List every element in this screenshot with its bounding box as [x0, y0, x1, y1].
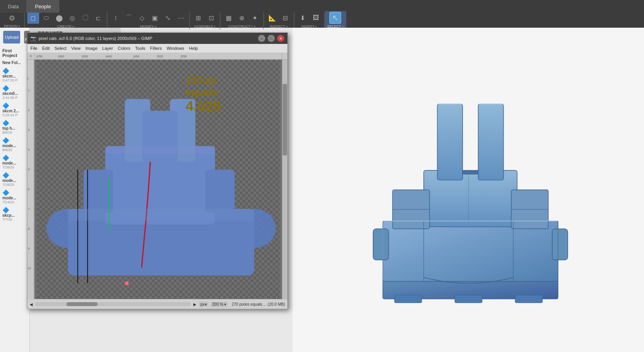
gimp-menu-filters[interactable]: Filters [150, 46, 162, 51]
svg-text:4: 4 [28, 148, 30, 151]
sidebar-item-new-folder[interactable]: New Fol... [0, 59, 29, 66]
svg-rect-48 [552, 229, 567, 260]
construct-axis-icon[interactable]: ⊕ [236, 12, 248, 24]
svg-text:9: 9 [28, 247, 30, 250]
create-box-icon[interactable]: ◻ [27, 12, 39, 24]
svg-rect-40 [68, 209, 254, 221]
modify-fillet-icon[interactable]: ⌒ [123, 12, 135, 24]
gimp-menu-help[interactable]: Help [189, 46, 198, 51]
svg-text:4.025: 4.025 [185, 98, 221, 114]
svg-text:8: 8 [28, 227, 30, 230]
gimp-menu-edit[interactable]: Edit [42, 46, 50, 51]
sidebar-item-2[interactable]: 🔷 skcm 2... 3:28:16 P [0, 101, 29, 119]
gimp-title: pixel cals .xcf-5.0 (RGB color, 11 layer… [39, 36, 152, 41]
sidebar-item-3[interactable]: 🔷 top h... 8/8/20 [0, 119, 29, 136]
modify-press-icon[interactable]: ↕ [110, 12, 122, 24]
left-sidebar: Upload New Folder ⚙ First Project New Fo… [0, 28, 30, 352]
gimp-bottom-arrow-left[interactable]: ◀ [30, 302, 33, 307]
svg-rect-47 [373, 229, 388, 260]
create-pipe-icon[interactable]: ⊏ [93, 12, 104, 24]
create-torus-icon[interactable]: ◎ [66, 12, 78, 24]
sidebar-item-8[interactable]: 🔷 skcp... 7/7/20 [0, 206, 29, 223]
assemble-ground-icon[interactable]: ⊡ [206, 12, 217, 24]
svg-rect-45 [515, 295, 542, 303]
insert-decal-icon[interactable]: 🖼 [310, 12, 322, 24]
top-toolbar: Data People ⚙ DESIGN▾ ◻ ⬭ ⬤ ◎ 〇 [0, 0, 644, 28]
upload-button[interactable]: Upload [3, 31, 20, 44]
create-cylinder-icon[interactable]: ⬭ [40, 12, 52, 24]
gimp-menu-image[interactable]: Image [85, 46, 98, 51]
modify-shell-icon[interactable]: ▣ [149, 12, 161, 24]
inspect-section-icon[interactable]: ⊟ [280, 12, 291, 24]
svg-rect-46 [383, 221, 558, 282]
gimp-top-ruler: |250 |300 |350 |400 |450 |500 |550 [34, 53, 282, 60]
svg-text:|550: |550 [181, 55, 187, 58]
gimp-maximize-button[interactable]: □ [268, 35, 275, 42]
select-icon[interactable]: ↖ [329, 12, 341, 24]
gimp-bottom-bar: ◀ ▶ px▾ 200 %▾ 270 pixles equals ... (20… [27, 299, 287, 309]
design-icon[interactable]: ⚙ [6, 12, 18, 24]
gimp-menu-file[interactable]: File [30, 46, 38, 51]
sidebar-item-0[interactable]: 🔷 skcm... 3:47:20 P [0, 66, 29, 84]
gimp-zoom-control[interactable]: 200 %▾ [211, 302, 228, 307]
svg-text:7: 7 [28, 208, 30, 210]
3d-model [350, 61, 587, 318]
gimp-right-scrollbar[interactable] [282, 60, 287, 299]
svg-text:115 px: 115 px [185, 74, 217, 85]
gimp-menu-layer[interactable]: Layer [102, 46, 113, 51]
gimp-menu-select[interactable]: Select [55, 46, 67, 51]
gimp-menubar: File Edit Select View Image Layer Colors… [27, 44, 287, 53]
modify-label: MODIFY▾ [140, 25, 157, 28]
gimp-window: 📷 pixel cals .xcf-5.0 (RGB color, 11 lay… [27, 32, 288, 309]
gimp-unit-selector[interactable]: px▾ [199, 302, 208, 307]
sidebar-item-6[interactable]: 🔷 mode... 7/28/20 [0, 171, 29, 188]
gimp-minimize-button[interactable]: – [258, 35, 265, 42]
svg-rect-43 [394, 295, 421, 303]
toolbar-inspect-group: 📐 ⊟ INSPECT▾ [264, 11, 294, 29]
modify-scale-icon[interactable]: ⤡ [162, 12, 174, 24]
svg-rect-52 [437, 104, 463, 180]
svg-rect-41 [105, 146, 215, 154]
assemble-label: ASSEMBLE▾ [194, 25, 216, 28]
tab-data[interactable]: Data [0, 0, 27, 13]
toolbar-insert-group: ⬇ 🖼 INSERT▾ [295, 11, 325, 29]
svg-text:|450: |450 [133, 55, 140, 58]
create-sphere-icon[interactable]: ⬤ [53, 12, 65, 24]
toolbar-design-group: ⚙ DESIGN▾ [0, 11, 25, 29]
assemble-joint-icon[interactable]: ⊞ [193, 12, 204, 24]
insert-icon[interactable]: ⬇ [297, 12, 309, 24]
construct-point-icon[interactable]: ✦ [249, 12, 261, 24]
modify-chamfer-icon[interactable]: ◇ [136, 12, 148, 24]
sidebar-item-7[interactable]: 🔷 mode... 7/14/20 [0, 188, 29, 206]
left-ruler-svg: 0 1 2 3 4 5 6 7 8 9 10 [27, 60, 34, 299]
create-coil-icon[interactable]: 〇 [79, 12, 91, 24]
inspect-measure-icon[interactable]: 📐 [266, 12, 278, 24]
gimp-content-svg: 115 px equals 4.025 [34, 60, 282, 299]
sidebar-item-4[interactable]: 🔷 mode... 8/8/20 [0, 136, 29, 153]
svg-text:5: 5 [28, 168, 30, 171]
svg-text:1: 1 [28, 89, 30, 92]
gimp-close-button[interactable]: ✕ [277, 35, 284, 42]
gimp-menu-colors[interactable]: Colors [118, 46, 130, 51]
svg-text:|400: |400 [106, 55, 112, 58]
tab-people[interactable]: People [27, 0, 59, 13]
toolbar-select-group: ↖ SELECT▾ [325, 11, 346, 29]
modify-more-icon[interactable]: ⋯ [175, 12, 187, 24]
gimp-left-ruler: 0 1 2 3 4 5 6 7 8 9 10 [27, 60, 34, 299]
gimp-menu-windows[interactable]: Windows [166, 46, 184, 51]
gimp-menu-view[interactable]: View [71, 46, 81, 51]
svg-text:3: 3 [28, 129, 30, 131]
svg-text:|500: |500 [157, 55, 163, 58]
gimp-horizontal-scrollbar[interactable] [35, 302, 191, 306]
svg-rect-44 [455, 295, 482, 303]
toolbar-assemble-group: ⊞ ⊡ ASSEMBLE▾ [190, 11, 220, 29]
svg-text:|250: |250 [36, 55, 43, 58]
gimp-bottom-arrow-right[interactable]: ▶ [193, 302, 196, 307]
svg-rect-32 [142, 111, 178, 162]
gimp-menu-tools[interactable]: Tools [135, 46, 145, 51]
sidebar-item-1[interactable]: 🔷 skcm0... 3:41:58 P [0, 84, 29, 101]
sidebar-item-5[interactable]: 🔷 mode... 7/28/20 [0, 153, 29, 171]
gimp-canvas[interactable]: 115 px equals 4.025 [34, 60, 282, 299]
svg-rect-59 [463, 170, 478, 174]
construct-plane-icon[interactable]: ▦ [223, 12, 235, 24]
